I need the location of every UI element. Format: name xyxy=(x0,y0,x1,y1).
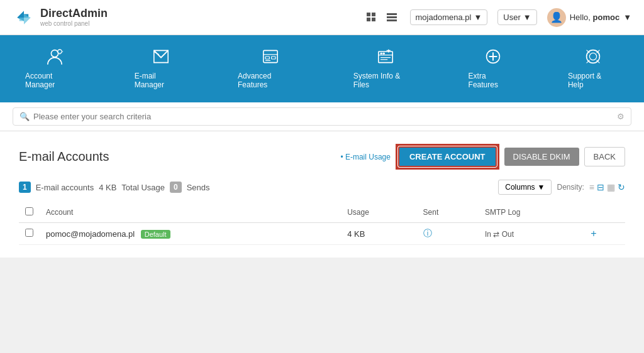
page-title: E-mail Accounts xyxy=(19,149,109,164)
header-smtp-log: SMTP Log xyxy=(479,202,584,223)
nav-advanced-features[interactable]: Advanced Features xyxy=(213,35,328,102)
account-manager-icon xyxy=(45,46,65,67)
search-wrapper: 🔍 ⚙ xyxy=(0,102,644,131)
nav-email-manager[interactable]: E-mail Manager xyxy=(109,35,213,102)
header-sent: Sent xyxy=(417,202,479,223)
svg-rect-7 xyxy=(387,16,397,18)
density-spacious-icon[interactable]: ▦ xyxy=(607,182,615,192)
sends-label: Sends xyxy=(187,183,210,192)
nav-label-account-manager: Account Manager xyxy=(25,72,84,89)
sent-help-icon[interactable]: ⓘ xyxy=(423,228,432,238)
row-add-cell: + xyxy=(584,223,625,245)
svg-point-31 xyxy=(590,53,597,60)
search-icon: 🔍 xyxy=(19,112,30,121)
list-view-button[interactable] xyxy=(384,9,400,26)
username-display: pomoc xyxy=(593,13,620,22)
hello-dropdown-icon: ▼ xyxy=(623,13,631,22)
density-icons: ≡ ⊟ ▦ ↻ xyxy=(589,182,625,192)
main-content: E-mail Accounts • E-mail Usage CREATE AC… xyxy=(0,131,644,258)
accounts-label: E-mail accounts xyxy=(36,183,94,192)
brand-name: DirectAdmin xyxy=(40,8,108,20)
density-comfortable-icon[interactable]: ⊟ xyxy=(597,182,604,192)
hello-text: Hello, pomoc xyxy=(570,13,620,22)
advanced-features-icon xyxy=(260,46,280,67)
grid-view-button[interactable] xyxy=(364,9,380,26)
header-usage: Usage xyxy=(341,202,416,223)
nav-label-extra-features: Extra Features xyxy=(469,72,518,89)
row-usage: 4 KB xyxy=(341,223,416,245)
svg-point-9 xyxy=(51,50,58,57)
svg-rect-2 xyxy=(367,13,370,16)
search-input[interactable] xyxy=(33,112,613,121)
svg-point-10 xyxy=(58,50,62,53)
title-actions: • E-mail Usage CREATE ACCOUNT DISABLE DK… xyxy=(340,144,625,170)
svg-rect-5 xyxy=(372,18,375,21)
density-compact-icon[interactable]: ≡ xyxy=(589,182,594,192)
add-row-icon[interactable]: + xyxy=(591,228,596,239)
svg-rect-8 xyxy=(387,19,397,21)
stats-right: Columns ▼ Density: ≡ ⊟ ▦ ↻ xyxy=(498,180,625,195)
row-checkbox[interactable] xyxy=(25,229,33,237)
logo-area: DirectAdmin web control panel xyxy=(13,6,108,29)
support-help-icon xyxy=(583,46,603,67)
email-manager-icon xyxy=(151,46,171,67)
view-toggle-icons xyxy=(364,9,400,26)
columns-dropdown-icon: ▼ xyxy=(538,183,545,192)
row-checkbox-cell xyxy=(19,223,40,245)
table-row: pomoc@mojadomena.pl Default 4 KB ⓘ In ⇄ … xyxy=(19,223,625,245)
page-title-row: E-mail Accounts • E-mail Usage CREATE AC… xyxy=(19,144,625,170)
header-checkbox-cell xyxy=(19,202,40,223)
nav-label-email-manager: E-mail Manager xyxy=(135,72,187,89)
nav-label-system-info: System Info & Files xyxy=(353,72,418,89)
stats-left: 1 E-mail accounts 4 KB Total Usage 0 Sen… xyxy=(19,182,210,193)
usage-label: Total Usage xyxy=(121,183,165,192)
nav-account-manager[interactable]: Account Manager xyxy=(0,35,109,102)
select-all-checkbox[interactable] xyxy=(25,207,33,215)
account-email[interactable]: pomoc@mojadomena.pl xyxy=(46,229,135,239)
header-account: Account xyxy=(40,202,341,223)
sends-count-badge: 0 xyxy=(170,182,182,193)
brand-sub: web control panel xyxy=(40,20,108,27)
svg-rect-3 xyxy=(372,13,375,16)
svg-rect-23 xyxy=(380,53,382,54)
extra-features-icon xyxy=(483,46,503,67)
nav-label-support-help: Support & Help xyxy=(568,72,619,89)
settings-icon[interactable]: ⚙ xyxy=(617,112,625,121)
nav-extra-features[interactable]: Extra Features xyxy=(443,35,543,102)
user-dropdown-icon: ▼ xyxy=(523,13,531,22)
density-refresh-icon[interactable]: ↻ xyxy=(618,182,625,192)
columns-button[interactable]: Columns ▼ xyxy=(498,180,552,195)
density-label: Density: xyxy=(557,183,584,192)
usage-value: 4 KB xyxy=(99,183,116,192)
svg-rect-19 xyxy=(271,57,275,59)
create-account-button[interactable]: CREATE ACCOUNT xyxy=(398,146,497,167)
logo-text: DirectAdmin web control panel xyxy=(40,8,108,27)
domain-selector[interactable]: mojadomena.pl ▼ xyxy=(410,9,488,25)
header-actions xyxy=(584,202,625,223)
email-accounts-table: Account Usage Sent SMTP Log pomoc@mojado… xyxy=(19,202,625,245)
row-account: pomoc@mojadomena.pl Default xyxy=(40,223,341,245)
avatar: 👤 xyxy=(547,8,566,27)
user-label: User xyxy=(503,13,520,22)
logo-icon xyxy=(13,6,35,29)
nav-label-advanced-features: Advanced Features xyxy=(238,72,303,89)
columns-label: Columns xyxy=(505,183,535,192)
domain-value: mojadomena.pl xyxy=(416,13,472,22)
svg-rect-18 xyxy=(265,57,269,59)
svg-rect-24 xyxy=(383,53,384,54)
system-info-icon xyxy=(375,46,396,67)
nav-system-info[interactable]: System Info & Files xyxy=(328,35,443,102)
email-usage-link[interactable]: • E-mail Usage xyxy=(340,153,391,161)
disable-dkim-button[interactable]: DISABLE DKIM xyxy=(504,148,579,166)
row-smtp-log: In ⇄ Out xyxy=(479,223,584,245)
domain-dropdown-icon: ▼ xyxy=(474,13,482,22)
svg-rect-4 xyxy=(367,18,370,21)
nav-support-help[interactable]: Support & Help xyxy=(543,35,644,102)
svg-rect-6 xyxy=(387,13,397,15)
default-badge: Default xyxy=(141,230,170,239)
back-button[interactable]: BACK xyxy=(584,147,625,166)
user-button[interactable]: User ▼ xyxy=(497,9,536,25)
hello-area[interactable]: 👤 Hello, pomoc ▼ xyxy=(547,8,631,27)
create-account-button-wrapper: CREATE ACCOUNT xyxy=(396,144,499,170)
stats-row: 1 E-mail accounts 4 KB Total Usage 0 Sen… xyxy=(19,180,625,195)
